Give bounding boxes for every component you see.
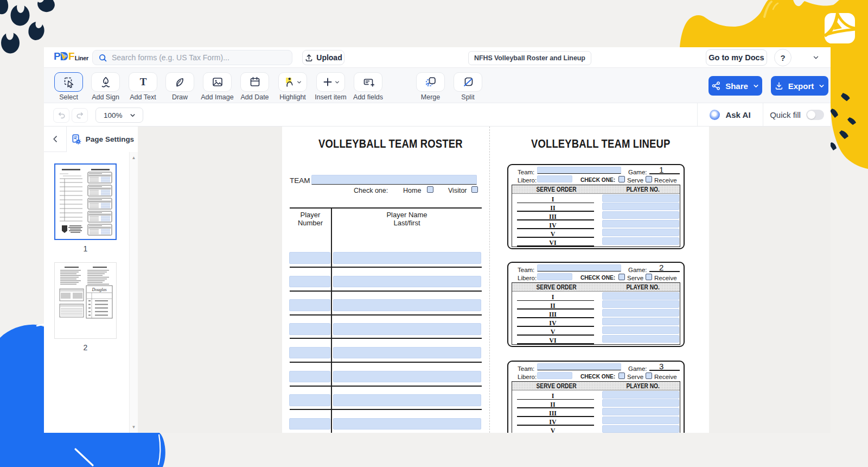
game-2-player-no-field-6[interactable] [602, 335, 679, 343]
game-3-team-field[interactable] [537, 363, 621, 370]
tool-merge[interactable]: Merge [416, 72, 445, 92]
game-3-table: SERVE ORDER PLAYER NO. IIIIIIIVVVI [512, 381, 680, 433]
game-2-libero-field[interactable] [537, 273, 572, 280]
roster-row-4-number-field[interactable] [289, 323, 330, 335]
game-number-line [649, 370, 680, 371]
roster-row-1-name-field[interactable] [333, 252, 481, 264]
roster-row-7-name-field[interactable] [333, 394, 481, 406]
secondary-toolbar: 100% Ask AI Quick fill [44, 103, 831, 127]
roster-row-6-number-field[interactable] [289, 371, 330, 383]
roster-row-2-name-field[interactable] [333, 276, 481, 288]
roster-col2-header: Player NameLast/first [332, 211, 482, 227]
game-1-libero-field[interactable] [537, 175, 572, 182]
game-1-player-no-field-3[interactable] [602, 211, 679, 219]
roster-row-6-name-field[interactable] [333, 371, 481, 383]
scroll-up-icon[interactable]: ▲ [130, 155, 138, 160]
game-2-player-no-field-1[interactable] [602, 292, 679, 300]
game-1-receive-checkbox[interactable] [646, 176, 652, 182]
game-3-player-no-field-4[interactable] [602, 416, 679, 424]
tool-add-sign[interactable]: Add Sign [91, 72, 120, 92]
serve-order-header: SERVE ORDER [537, 186, 577, 193]
upload-button[interactable]: Upload [302, 50, 344, 65]
undo-button[interactable] [53, 108, 69, 123]
roster-row-2-number-field[interactable] [289, 276, 330, 288]
game-1-player-no-field-1[interactable] [602, 194, 679, 202]
game-2-player-no-field-5[interactable] [602, 326, 679, 334]
tool-insert-item[interactable]: Insert item [316, 72, 345, 92]
pdfliner-logo[interactable]: PF Liner [54, 51, 88, 62]
tool-add-fields[interactable]: Add fields [354, 72, 382, 92]
help-button[interactable]: ? [774, 49, 792, 66]
roster-row-3-name-field[interactable] [333, 299, 481, 311]
share-icon [711, 81, 721, 91]
sidebar-collapse-button[interactable] [44, 127, 66, 152]
go-to-my-docs-button[interactable]: Go to my Docs [706, 49, 767, 66]
tool-select[interactable]: Select [54, 72, 83, 92]
game-3-player-no-field-1[interactable] [602, 391, 679, 399]
pages-sidebar: Page Settings 1Douglas2 ▲ ▼ [44, 127, 138, 433]
chevron-left-icon [51, 135, 60, 143]
serve-order-line [517, 425, 594, 426]
game-2-player-no-field-2[interactable] [602, 300, 679, 308]
check-one-label: CHECK ONE: [580, 373, 615, 380]
export-chevron-down-icon [818, 83, 825, 90]
lineup-title: VOLLEYBALL TEAM LINEUP [531, 137, 665, 151]
game-1-player-no-field-4[interactable] [602, 220, 679, 228]
game-1-serve-checkbox[interactable] [618, 176, 625, 182]
page-thumbnail-1[interactable]: 1 [54, 163, 117, 253]
roster-team-field[interactable] [311, 175, 477, 185]
game-2-receive-checkbox[interactable] [646, 274, 652, 280]
game-3-serve-checkbox[interactable] [618, 373, 625, 379]
serve-label: Serve [627, 275, 643, 281]
roster-row-8-name-field[interactable] [333, 418, 481, 430]
game-1-player-no-field-5[interactable] [602, 229, 679, 236]
roster-row-8-number-field[interactable] [289, 418, 330, 430]
ask-ai-button[interactable]: Ask AI [697, 103, 763, 126]
check-one-label: CHECK ONE: [580, 176, 615, 183]
tool-split[interactable]: Split [454, 72, 482, 92]
share-button[interactable]: Share [709, 76, 762, 96]
page-settings-tab[interactable]: Page Settings [66, 127, 138, 152]
roster-row-1-number-field[interactable] [289, 252, 330, 264]
tool-highlight[interactable]: Highlight [278, 72, 307, 92]
header-chevron-down-icon[interactable] [810, 52, 822, 63]
roster-row-5-name-field[interactable] [333, 347, 481, 359]
game-2-team-field[interactable] [537, 264, 621, 272]
sidebar-scrollbar[interactable]: ▲ ▼ [129, 152, 138, 433]
game-3-libero-field[interactable] [537, 372, 572, 379]
game-2-serve-checkbox[interactable] [618, 274, 625, 280]
game-3-player-no-field-2[interactable] [602, 399, 679, 407]
export-label: Export [788, 81, 814, 91]
game-2-player-no-field-4[interactable] [602, 318, 679, 325]
game-3-receive-checkbox[interactable] [646, 373, 652, 379]
roster-row-4-name-field[interactable] [333, 323, 481, 335]
roster-row-5-number-field[interactable] [289, 347, 330, 359]
game-3-player-no-field-3[interactable] [602, 408, 679, 415]
game-number-line [649, 173, 680, 174]
roster-row-3-number-field[interactable] [289, 299, 330, 311]
roster-visitor-checkbox[interactable] [471, 186, 478, 193]
redo-button[interactable] [72, 108, 88, 123]
game-1-player-no-field-6[interactable] [602, 237, 679, 245]
game-1-player-no-field-2[interactable] [602, 203, 679, 210]
quick-fill-label: Quick fill [770, 110, 801, 119]
game-3-player-no-field-5[interactable] [602, 425, 679, 433]
page-thumbnail-2[interactable]: Douglas2 [54, 262, 117, 352]
roster-home-checkbox[interactable] [427, 186, 433, 193]
export-button[interactable]: Export [771, 76, 828, 96]
tool-add-image[interactable]: Add Image [203, 72, 232, 92]
serve-order-line [517, 317, 594, 318]
game-1-team-field[interactable] [537, 167, 621, 174]
insert-item-icon [322, 76, 334, 88]
tool-add-date[interactable]: Add Date [240, 72, 269, 92]
serve-order-line [517, 203, 594, 204]
tool-add-text[interactable]: TAdd Text [129, 72, 157, 92]
document-title[interactable]: NFHS Volleyball Roster and Lineup [468, 51, 591, 65]
search-forms-input[interactable]: Search forms (e.g. US Tax Form)... [92, 50, 292, 65]
game-2-player-no-field-3[interactable] [602, 309, 679, 317]
quick-fill-toggle[interactable] [806, 110, 824, 120]
zoom-select[interactable]: 100% [95, 108, 143, 123]
tool-draw[interactable]: Draw [165, 72, 194, 92]
scroll-down-icon[interactable]: ▼ [130, 425, 138, 430]
roster-row-7-number-field[interactable] [289, 394, 330, 406]
